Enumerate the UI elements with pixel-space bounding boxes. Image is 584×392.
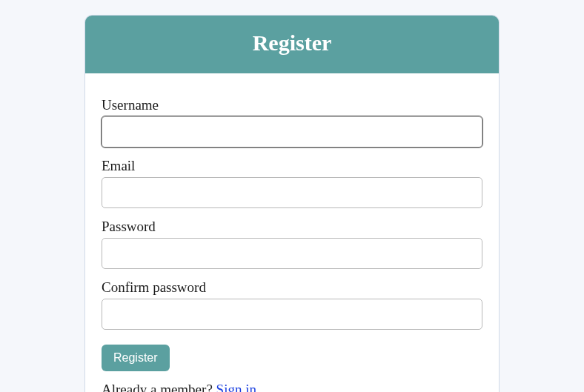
register-form: Username Email Password Confirm password…	[102, 97, 482, 371]
password-label: Password	[102, 219, 482, 235]
email-label: Email	[102, 158, 482, 174]
form-group-password: Password	[102, 219, 482, 269]
confirm-password-label: Confirm password	[102, 279, 482, 296]
form-group-username: Username	[102, 97, 482, 147]
email-input[interactable]	[102, 177, 482, 208]
signin-link[interactable]: Sign in	[216, 382, 256, 392]
confirm-password-input[interactable]	[102, 299, 482, 330]
already-member-prefix: Already a member?	[102, 382, 216, 392]
card-body: Username Email Password Confirm password…	[85, 73, 499, 392]
page-title: Register	[93, 30, 491, 56]
register-card: Register Username Email Password Confirm…	[84, 15, 500, 392]
card-header: Register	[85, 16, 499, 73]
username-input[interactable]	[102, 116, 482, 147]
username-label: Username	[102, 97, 482, 113]
password-input[interactable]	[102, 238, 482, 269]
already-member-text: Already a member? Sign in	[102, 382, 482, 392]
form-group-confirm-password: Confirm password	[102, 279, 482, 330]
form-group-email: Email	[102, 158, 482, 208]
register-button[interactable]: Register	[102, 345, 170, 371]
